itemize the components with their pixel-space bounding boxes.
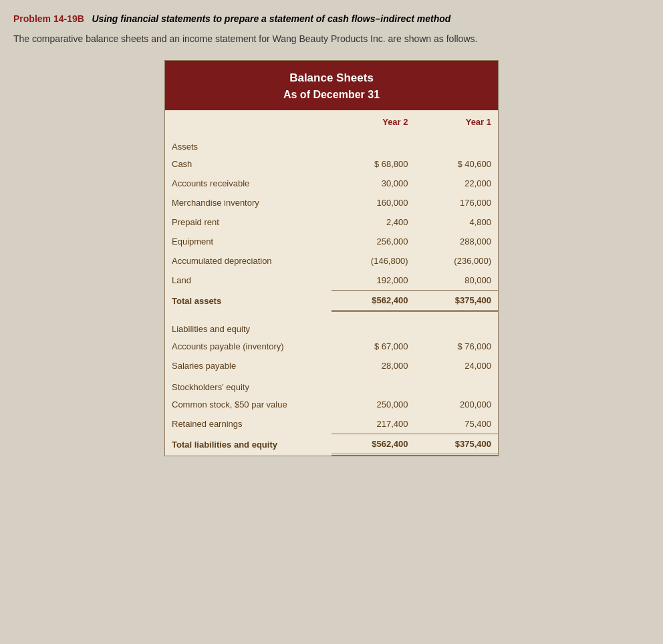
- intro-text: The comparative balance sheets and an in…: [13, 33, 650, 44]
- row-year1: 176,000: [415, 193, 499, 212]
- row-label: Cash: [165, 154, 332, 174]
- row-year1: 288,000: [415, 232, 499, 251]
- stockholders-section-header: Stockholders' equity: [165, 375, 498, 395]
- total-liab-equity-year2: $562,400: [332, 434, 415, 455]
- row-year1: 75,400: [415, 414, 499, 434]
- table-row: Cash $ 68,800 $ 40,600: [165, 154, 498, 174]
- total-assets-year1: $375,400: [415, 291, 499, 311]
- row-label: Salaries payable: [165, 356, 332, 375]
- table-title-sub: As of December 31: [172, 89, 491, 101]
- row-year2: 217,400: [332, 414, 415, 434]
- row-year1: 4,800: [415, 212, 499, 232]
- total-liab-equity-year1: $375,400: [415, 434, 499, 455]
- balance-sheet-table: Year 2 Year 1 Assets Cash $ 68,800 $ 40,…: [165, 110, 498, 456]
- total-liabilities-equity-row: Total liabilities and equity $562,400 $3…: [165, 434, 498, 455]
- row-label: Accounts payable (inventory): [165, 337, 332, 356]
- table-row: Accounts payable (inventory) $ 67,000 $ …: [165, 337, 498, 356]
- table-row: Land 192,000 80,000: [165, 271, 498, 291]
- row-label: Accounts receivable: [165, 174, 332, 193]
- table-row: Retained earnings 217,400 75,400: [165, 414, 498, 434]
- row-year1: 200,000: [415, 395, 499, 414]
- table-row: Merchandise inventory 160,000 176,000: [165, 193, 498, 212]
- row-year2: 2,400: [332, 212, 415, 232]
- balance-sheet-container: Balance Sheets As of December 31 Year 2 …: [164, 60, 499, 456]
- total-assets-year2: $562,400: [332, 291, 415, 311]
- row-label: Accumulated depreciation: [165, 251, 332, 271]
- row-year1: 24,000: [415, 356, 499, 375]
- row-year2: 192,000: [332, 271, 415, 291]
- row-year1: 22,000: [415, 174, 499, 193]
- total-liab-equity-label: Total liabilities and equity: [165, 434, 332, 455]
- row-year1: (236,000): [415, 251, 499, 271]
- row-label: Prepaid rent: [165, 212, 332, 232]
- row-label: Equipment: [165, 232, 332, 251]
- row-year2: (146,800): [332, 251, 415, 271]
- liabilities-label: Liabilities and equity: [165, 317, 498, 337]
- table-row: Accounts receivable 30,000 22,000: [165, 174, 498, 193]
- row-year2: 256,000: [332, 232, 415, 251]
- table-row: Prepaid rent 2,400 4,800: [165, 212, 498, 232]
- problem-number: Problem 14-19B: [13, 13, 84, 24]
- row-label: Land: [165, 271, 332, 291]
- total-assets-label: Total assets: [165, 291, 332, 311]
- row-year2: 250,000: [332, 395, 415, 414]
- liabilities-section-header: Liabilities and equity: [165, 317, 498, 337]
- problem-title: Problem 14-19B Using financial statement…: [13, 13, 650, 24]
- assets-label: Assets: [165, 135, 498, 154]
- row-label: Merchandise inventory: [165, 193, 332, 212]
- row-label: Retained earnings: [165, 414, 332, 434]
- row-year2: 28,000: [332, 356, 415, 375]
- stockholders-label: Stockholders' equity: [165, 375, 498, 395]
- row-year2: 30,000: [332, 174, 415, 193]
- row-year2: $ 68,800: [332, 154, 415, 174]
- assets-section-header: Assets: [165, 135, 498, 154]
- table-row: Common stock, $50 par value 250,000 200,…: [165, 395, 498, 414]
- row-year2: $ 67,000: [332, 337, 415, 356]
- table-header: Balance Sheets As of December 31: [165, 61, 498, 110]
- row-year1: 80,000: [415, 271, 499, 291]
- row-year2: 160,000: [332, 193, 415, 212]
- column-header-row: Year 2 Year 1: [165, 110, 498, 130]
- table-row: Accumulated depreciation (146,800) (236,…: [165, 251, 498, 271]
- table-row: Equipment 256,000 288,000: [165, 232, 498, 251]
- total-assets-row: Total assets $562,400 $375,400: [165, 291, 498, 311]
- row-label: Common stock, $50 par value: [165, 395, 332, 414]
- col-label-empty: [165, 110, 332, 130]
- col-year1-header: Year 1: [415, 110, 499, 130]
- row-year1: $ 40,600: [415, 154, 499, 174]
- problem-description: Using financial statements to prepare a …: [92, 13, 451, 24]
- table-title-main: Balance Sheets: [172, 71, 491, 85]
- table-row: Salaries payable 28,000 24,000: [165, 356, 498, 375]
- row-year1: $ 76,000: [415, 337, 499, 356]
- col-year2-header: Year 2: [332, 110, 415, 130]
